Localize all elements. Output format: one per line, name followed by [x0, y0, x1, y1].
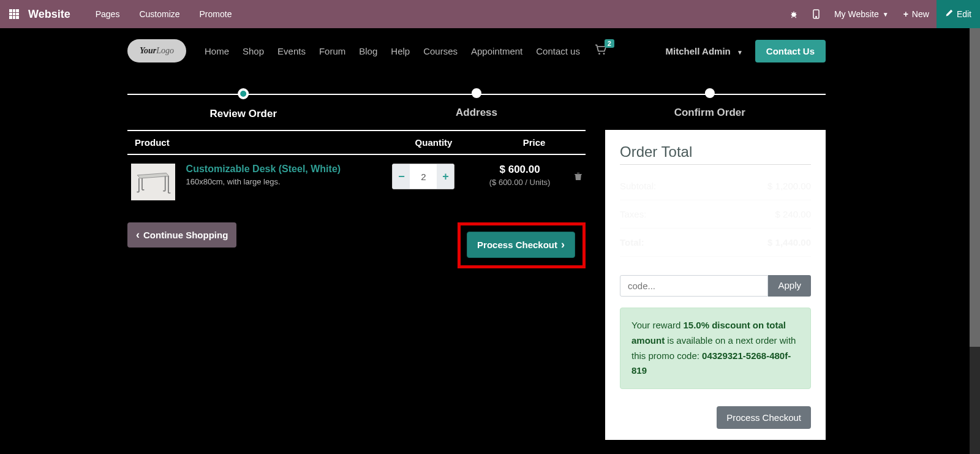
- process-checkout-button-2[interactable]: Process Checkout: [717, 406, 811, 429]
- nav-appointment[interactable]: Appointment: [471, 46, 522, 56]
- subtotal-value: $ 1,200.00: [767, 181, 811, 191]
- nav-help[interactable]: Help: [391, 46, 410, 56]
- product-desc: 160x80cm, with large legs.: [186, 177, 379, 186]
- reward-text: Your reward: [631, 320, 684, 330]
- order-summary-card: Order Total Subtotal: $ 1,200.00 Taxes: …: [605, 130, 826, 440]
- cart-icon[interactable]: 2: [595, 44, 607, 58]
- mywebsite-label: My Website: [834, 9, 879, 19]
- continue-label: Continue Shopping: [143, 230, 228, 240]
- promo-row: Apply: [620, 275, 811, 297]
- col-product: Product: [127, 137, 385, 148]
- pencil-icon: [945, 9, 953, 19]
- col-quantity: Quantity: [385, 137, 483, 148]
- step-dot-icon: [238, 88, 249, 99]
- nav-blog[interactable]: Blog: [359, 46, 377, 56]
- menu-customize[interactable]: Customize: [129, 9, 189, 19]
- summary-subtotal-row: Subtotal: $ 1,200.00: [620, 172, 811, 200]
- site-header: YourLogo Home Shop Events Forum Blog Hel…: [127, 28, 826, 74]
- scrollbar-thumb[interactable]: [970, 28, 980, 347]
- chevron-left-icon: ‹: [136, 229, 140, 241]
- caret-down-icon: ▼: [737, 49, 743, 56]
- admin-topbar: Website Pages Customize Promote My Websi…: [0, 0, 980, 28]
- taxes-label: Taxes:: [620, 209, 646, 219]
- order-total-title: Order Total: [620, 143, 811, 161]
- nav-contactus[interactable]: Contact us: [536, 46, 580, 56]
- highlight-box: Process Checkout ›: [458, 222, 586, 268]
- caret-down-icon: ▼: [883, 11, 889, 18]
- plus-icon: +: [903, 9, 908, 19]
- qty-decrease-button[interactable]: −: [393, 164, 410, 189]
- logo-part2: Logo: [156, 46, 174, 56]
- apps-icon[interactable]: [0, 0, 28, 28]
- qty-increase-button[interactable]: +: [437, 164, 454, 189]
- cart-badge: 2: [605, 39, 614, 48]
- qty-input[interactable]: [410, 164, 437, 189]
- svg-point-3: [598, 53, 600, 55]
- total-label: Total:: [620, 237, 644, 248]
- site-nav: Home Shop Events Forum Blog Help Courses…: [205, 46, 580, 56]
- edit-label: Edit: [957, 9, 971, 19]
- unit-price: ($ 600.00 / Units): [469, 178, 571, 187]
- step-review[interactable]: Review Order: [209, 88, 277, 120]
- total-value: $ 1,440.00: [767, 237, 811, 248]
- top-menu: Pages Customize Promote: [86, 9, 242, 19]
- quantity-stepper: − +: [392, 164, 454, 189]
- process-label: Process Checkout: [477, 240, 557, 250]
- new-label: New: [912, 9, 929, 19]
- page-body: YourLogo Home Shop Events Forum Blog Hel…: [0, 28, 953, 454]
- logo-part1: Your: [140, 46, 156, 56]
- brand-title[interactable]: Website: [28, 8, 70, 21]
- reward-alert: Your reward 15.0% discount on total amou…: [620, 308, 811, 389]
- menu-promote[interactable]: Promote: [190, 9, 242, 19]
- chevron-right-icon: ›: [561, 238, 565, 251]
- new-button[interactable]: +New: [896, 0, 937, 28]
- apply-promo-button[interactable]: Apply: [768, 275, 811, 297]
- product-image[interactable]: [131, 164, 175, 200]
- user-name: Mitchell Admin: [666, 46, 731, 56]
- subtotal-label: Subtotal:: [620, 181, 656, 191]
- contact-us-button[interactable]: Contact Us: [755, 40, 826, 62]
- taxes-value: $ 240.00: [775, 209, 811, 219]
- step-label: Confirm Order: [674, 107, 745, 119]
- step-confirm[interactable]: Confirm Order: [674, 88, 745, 119]
- svg-point-2: [816, 17, 817, 18]
- mywebsite-dropdown[interactable]: My Website▼: [827, 0, 896, 28]
- line-price: $ 600.00: [469, 164, 571, 176]
- menu-pages[interactable]: Pages: [86, 9, 130, 19]
- checkout-stepper: Review Order Address Confirm Order: [127, 88, 826, 125]
- product-name[interactable]: Customizable Desk (Steel, White): [186, 164, 379, 175]
- edit-button[interactable]: Edit: [937, 0, 980, 28]
- scrollbar[interactable]: [970, 28, 980, 454]
- nav-courses[interactable]: Courses: [423, 46, 458, 56]
- step-label: Review Order: [209, 108, 277, 120]
- step-dot-icon: [705, 88, 715, 98]
- nav-events[interactable]: Events: [277, 46, 306, 56]
- svg-point-4: [603, 53, 605, 55]
- remove-item-button[interactable]: [571, 164, 586, 181]
- cart-table-header: Product Quantity Price: [127, 130, 586, 155]
- step-address[interactable]: Address: [456, 88, 497, 119]
- col-price: Price: [483, 137, 586, 148]
- bug-icon[interactable]: [782, 0, 805, 28]
- user-dropdown[interactable]: Mitchell Admin ▼: [666, 46, 743, 56]
- process-checkout-button[interactable]: Process Checkout ›: [467, 232, 575, 258]
- nav-home[interactable]: Home: [205, 46, 229, 56]
- mobile-icon[interactable]: [805, 0, 827, 28]
- step-label: Address: [456, 107, 497, 119]
- nav-forum[interactable]: Forum: [319, 46, 345, 56]
- nav-shop[interactable]: Shop: [243, 46, 264, 56]
- summary-taxes-row: Taxes: $ 240.00: [620, 200, 811, 229]
- promo-code-input[interactable]: [620, 275, 768, 297]
- site-logo[interactable]: YourLogo: [127, 39, 186, 62]
- cart-row: Customizable Desk (Steel, White) 160x80c…: [127, 155, 586, 209]
- step-dot-icon: [472, 88, 481, 98]
- summary-total-row: Total: $ 1,440.00: [620, 229, 811, 257]
- continue-shopping-button[interactable]: ‹ Continue Shopping: [127, 222, 236, 248]
